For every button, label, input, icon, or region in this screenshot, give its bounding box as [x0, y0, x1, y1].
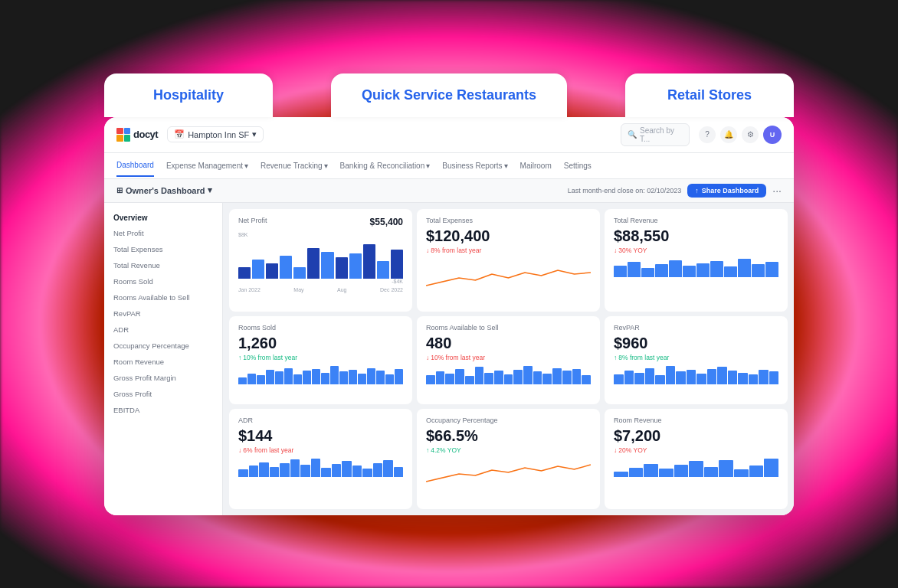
up-arrow-icon: ↑ — [238, 354, 241, 361]
chevron-down-icon: ▾ — [252, 129, 257, 139]
metric-card-total-revenue: Total Revenue $88,550 ↓ 30% YOY — [605, 209, 788, 312]
nav-reports-label: Business Reports — [442, 162, 502, 170]
room-revenue-chart — [614, 459, 778, 477]
notification-icon[interactable]: 🔔 — [720, 126, 737, 143]
sidebar-item-rooms-sold[interactable]: Rooms Sold — [104, 273, 222, 289]
chart-label-jan: Jan 2022 — [238, 287, 261, 292]
logo: docyt — [116, 128, 158, 142]
sidebar-item-ebitda[interactable]: EBITDA — [104, 402, 222, 418]
nav-mailroom[interactable]: Mailroom — [520, 155, 552, 176]
sidebar-item-occupancy[interactable]: Occupancy Percentage — [104, 338, 222, 354]
occupancy-value: $66.5% — [426, 427, 591, 445]
logo-sq-yellow — [116, 135, 123, 142]
share-dashboard-button[interactable]: ↑ Share Dashboard — [687, 184, 766, 198]
nav-settings[interactable]: Settings — [564, 155, 592, 176]
nav-banking[interactable]: Banking & Reconciliation ▾ — [340, 155, 431, 176]
metric-card-rooms-available: Rooms Available to Sell 480 ↓ 10% from l… — [417, 316, 600, 404]
logo-sq-red — [116, 128, 123, 135]
content-area: Overview Net Profit Total Expenses Total… — [104, 203, 794, 515]
tab-qsr[interactable]: Quick Service Restaurants — [331, 74, 567, 117]
nav-revenue-label: Revenue Tracking — [261, 162, 323, 170]
sidebar-item-total-revenue[interactable]: Total Revenue — [104, 257, 222, 273]
total-expenses-change: ↓ 8% from last year — [426, 247, 591, 254]
search-icon: 🔍 — [628, 130, 637, 139]
tab-hospitality[interactable]: Hospitality — [104, 74, 273, 117]
rooms-sold-label: Rooms Sold — [238, 324, 403, 332]
metric-card-total-expenses: Total Expenses $120,400 ↓ 8% from last y… — [417, 209, 600, 312]
chart-label-aug: Aug — [337, 287, 346, 292]
calendar-icon: 📅 — [174, 129, 185, 139]
more-options-button[interactable]: ··· — [772, 185, 782, 197]
sidebar-item-gross-profit-margin[interactable]: Gross Profit Margin — [104, 370, 222, 386]
nav-banking-chevron: ▾ — [426, 162, 430, 170]
grid-icon: ⊞ — [116, 186, 123, 194]
share-icon: ↑ — [695, 187, 699, 194]
up-arrow-icon3: ↑ — [426, 446, 429, 454]
main-nav: Dashboard Expense Management ▾ Revenue T… — [104, 153, 794, 179]
sidebar-item-gross-profit[interactable]: Gross Profit — [104, 386, 222, 402]
metric-card-net-profit: Net Profit $55,400 $8K — [229, 209, 412, 312]
rooms-sold-chart — [238, 366, 403, 384]
rooms-available-chart — [426, 366, 591, 384]
nav-banking-label: Banking & Reconciliation — [340, 162, 425, 170]
avatar[interactable]: U — [763, 126, 782, 144]
search-placeholder: Search by T... — [640, 126, 683, 143]
net-profit-chart — [238, 240, 403, 279]
search-box[interactable]: 🔍 Search by T... — [621, 123, 690, 146]
down-arrow-icon3: ↓ — [426, 354, 429, 361]
dashboard-header: ⊞ Owner's Dashboard ▾ Last month-end clo… — [104, 179, 794, 203]
occupancy-label: Occupancy Percentage — [426, 416, 591, 424]
outer-container: Hospitality Quick Service Restaurants Re… — [58, 74, 840, 515]
settings-icon[interactable]: ⚙ — [742, 126, 759, 143]
dashboard-card: docyt 📅 Hampton Inn SF ▾ 🔍 Search by T..… — [104, 117, 794, 515]
last-close-text: Last month-end close on: 02/10/2023 — [568, 187, 682, 194]
metric-card-rooms-sold: Rooms Sold 1,260 ↑ 10% from last year — [229, 316, 412, 404]
metric-card-adr: ADR $144 ↓ 6% from last year — [229, 409, 412, 509]
logo-icon — [116, 128, 130, 142]
revpar-change: ↑ 8% from last year — [614, 354, 778, 361]
nav-revenue-chevron: ▾ — [324, 162, 328, 170]
total-expenses-chart — [426, 259, 591, 289]
nav-expense-label: Expense Management — [166, 162, 243, 170]
metric-card-revpar: RevPAR $960 ↑ 8% from last year — [605, 316, 788, 404]
revpar-label: RevPAR — [614, 324, 778, 332]
metric-card-room-revenue: Room Revenue $7,200 ↓ 20% YOY — [605, 409, 788, 509]
nav-revenue[interactable]: Revenue Tracking ▾ — [261, 155, 328, 176]
rooms-available-label: Rooms Available to Sell — [426, 324, 591, 332]
occupancy-change: ↑ 4.2% YOY — [426, 446, 591, 454]
dashboard-chevron-icon: ▾ — [208, 185, 212, 195]
nav-expense[interactable]: Expense Management ▾ — [166, 155, 248, 176]
property-name: Hampton Inn SF — [188, 130, 249, 139]
tab-retail[interactable]: Retail Stores — [625, 74, 794, 117]
net-profit-label: Net Profit — [238, 217, 267, 224]
dashboard-title-btn[interactable]: ⊞ Owner's Dashboard ▾ — [116, 185, 212, 195]
sidebar-item-room-revenue[interactable]: Room Revenue — [104, 354, 222, 370]
dashboard-title-text: Owner's Dashboard — [126, 186, 205, 195]
nav-dashboard[interactable]: Dashboard — [116, 155, 154, 177]
down-arrow-icon2: ↓ — [614, 247, 617, 254]
sidebar-item-revpar[interactable]: RevPAR — [104, 305, 222, 322]
adr-label: ADR — [238, 416, 403, 424]
room-revenue-value: $7,200 — [614, 427, 778, 445]
net-profit-value: $55,400 — [370, 217, 403, 227]
revpar-chart — [614, 366, 778, 384]
nav-reports[interactable]: Business Reports ▾ — [442, 155, 507, 176]
sidebar-section-overview: Overview — [104, 211, 222, 225]
total-expenses-label: Total Expenses — [426, 217, 591, 224]
revpar-value: $960 — [614, 335, 778, 352]
rooms-available-value: 480 — [426, 335, 591, 352]
sidebar-item-total-expenses[interactable]: Total Expenses — [104, 241, 222, 257]
property-selector[interactable]: 📅 Hampton Inn SF ▾ — [167, 126, 264, 142]
sidebar-item-adr[interactable]: ADR — [104, 322, 222, 338]
nav-mailroom-label: Mailroom — [520, 162, 552, 170]
category-tabs: Hospitality Quick Service Restaurants Re… — [104, 74, 794, 117]
help-icon[interactable]: ? — [699, 126, 716, 143]
nav-settings-label: Settings — [564, 162, 592, 170]
chart-y-bottom: -$4K — [392, 279, 403, 284]
logo-text: docyt — [133, 129, 158, 140]
chart-label-may: May — [293, 287, 303, 292]
adr-change: ↓ 6% from last year — [238, 446, 403, 454]
sidebar-item-net-profit[interactable]: Net Profit — [104, 225, 222, 241]
sidebar-item-rooms-available[interactable]: Rooms Available to Sell — [104, 289, 222, 305]
share-btn-label: Share Dashboard — [702, 187, 759, 194]
